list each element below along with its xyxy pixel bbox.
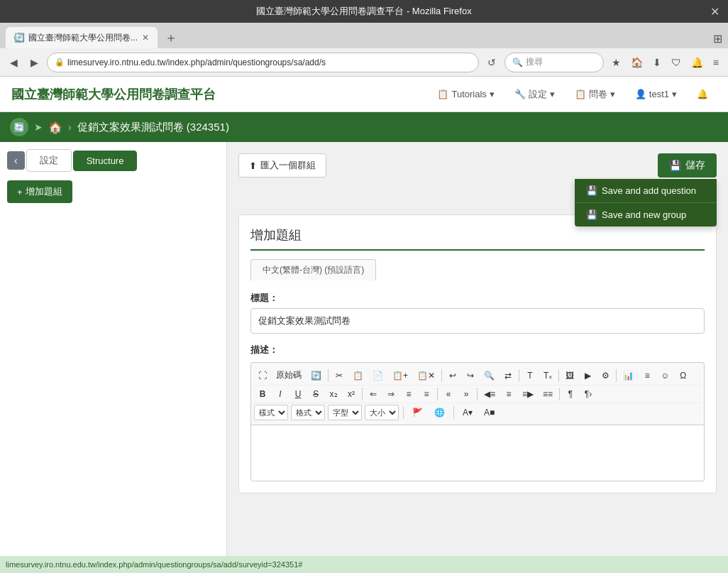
refresh-button[interactable]: ↺: [483, 54, 500, 71]
tb-sep11: [453, 406, 454, 419]
tb-copy[interactable]: 📋: [348, 369, 368, 383]
save-dropdown: 💾 Save and add question 💾 Save and new g…: [575, 179, 717, 227]
tb-sep3: [519, 369, 519, 382]
breadcrumb-separator: ›: [68, 121, 72, 133]
address-bar[interactable]: 🔒 limesurvey.iro.ntnu.edu.tw/index.php/a…: [47, 53, 479, 72]
tb-replace[interactable]: ⇄: [500, 369, 517, 383]
search-box[interactable]: 🔍 搜尋: [504, 53, 604, 72]
tb-bg-color[interactable]: A■: [480, 405, 499, 420]
status-url: limesurvey.iro.ntnu.edu.tw/index.php/adm…: [6, 560, 302, 569]
new-tab-button[interactable]: ＋: [158, 27, 184, 48]
tb-fullscreen[interactable]: ⛶: [254, 369, 271, 383]
tb-sep5: [616, 369, 617, 382]
home-breadcrumb-icon[interactable]: 🏠: [48, 121, 62, 134]
download-icon[interactable]: ⬇: [649, 55, 665, 70]
tb-block-quote2[interactable]: »: [458, 387, 475, 401]
tab-structure[interactable]: Structure: [73, 151, 138, 171]
tb-underline[interactable]: U: [289, 387, 307, 401]
tb-list[interactable]: ≡: [639, 369, 656, 383]
tb-image[interactable]: 🖼: [561, 369, 578, 383]
tb-emoji[interactable]: ☺: [656, 369, 673, 383]
tb-link[interactable]: 🌐: [430, 405, 449, 420]
tb-source[interactable]: 原始碼: [272, 367, 306, 383]
bookmark-icon[interactable]: ★: [608, 55, 624, 70]
tb-format-select[interactable]: 格式: [291, 405, 325, 420]
tb-align-justify[interactable]: ≡≡: [539, 387, 557, 401]
tb-table[interactable]: 📊: [619, 369, 638, 383]
tb-para[interactable]: ¶: [562, 387, 579, 401]
tb-special-char[interactable]: Ω: [675, 369, 692, 383]
tb-align-left[interactable]: ◀≡: [480, 387, 500, 401]
shield-icon[interactable]: 🛡: [668, 55, 685, 70]
tb-paste-text[interactable]: 📋+: [388, 369, 412, 383]
tb-bold[interactable]: B: [254, 387, 271, 401]
tb-cut[interactable]: ✂: [331, 369, 348, 383]
tb-block-quote[interactable]: «: [440, 387, 457, 401]
tb-paste-word[interactable]: 📋✕: [413, 369, 439, 383]
import-button[interactable]: ⬆ 匯入一個群組: [238, 153, 326, 178]
tb-flag[interactable]: 🚩: [408, 405, 427, 420]
tb-remove-format[interactable]: Tₓ: [539, 369, 556, 383]
tb-strikethrough[interactable]: S: [307, 387, 324, 401]
tb-list-ordered[interactable]: ≡: [418, 387, 435, 401]
nav-settings-label: 設定: [529, 88, 547, 101]
nav-tutorials[interactable]: 📋 Tutorials ▾: [429, 84, 502, 104]
close-icon[interactable]: ✕: [710, 5, 719, 18]
tb-sep4: [558, 369, 559, 382]
top-bar: ⬆ 匯入一個群組 💾 儲存 💾 Save and add question 💾 …: [238, 153, 717, 178]
tb-italic[interactable]: I: [272, 387, 289, 401]
tb-redo[interactable]: ↪: [462, 369, 479, 383]
tb-font-select[interactable]: 字型: [328, 405, 362, 420]
tb-superscript[interactable]: x²: [343, 387, 360, 401]
tb-font-color[interactable]: A▾: [458, 405, 477, 420]
content-area: ⬆ 匯入一個群組 💾 儲存 💾 Save and add question 💾 …: [227, 142, 728, 556]
editor-toolbar: ⛶ 原始碼 🔄 ✂ 📋 📄 📋+ 📋✕ ↩ ↪ 🔍 ⇄ T T: [250, 362, 705, 425]
tb-reload[interactable]: 🔄: [307, 369, 326, 383]
tb-indent[interactable]: ⇒: [382, 387, 399, 401]
tab-favicon: 🔄: [14, 33, 24, 43]
nav-notifications[interactable]: 🔔: [688, 84, 717, 104]
forward-button[interactable]: ▶: [26, 54, 43, 71]
nav-settings[interactable]: 🔧 設定 ▾: [506, 84, 563, 105]
tb-outdent[interactable]: ⇐: [365, 387, 382, 401]
tb-media[interactable]: ▶: [579, 369, 596, 383]
tb-undo[interactable]: ↩: [444, 369, 461, 383]
add-group-button[interactable]: + 增加題組: [7, 180, 72, 203]
save-new-group-label: Save and new group: [602, 209, 686, 220]
title-input[interactable]: [250, 308, 705, 334]
tab-close-icon[interactable]: ✕: [142, 33, 149, 43]
save-button[interactable]: 💾 儲存: [658, 153, 717, 178]
tutorials-icon: 📋: [437, 89, 448, 99]
tb-style-select[interactable]: 樣式: [254, 405, 288, 420]
lang-tab[interactable]: 中文(繁體-台灣) (預設語言): [250, 259, 376, 280]
home-icon[interactable]: 🏠: [627, 55, 646, 70]
tb-widget[interactable]: ⚙: [597, 369, 614, 383]
form-section: 增加題組 中文(繁體-台灣) (預設語言) 標題： 描述： ⛶ 原始碼 🔄 ✂ …: [238, 214, 717, 493]
tb-paste[interactable]: 📄: [368, 369, 387, 383]
toolbar-row-1: ⛶ 原始碼 🔄 ✂ 📋 📄 📋+ 📋✕ ↩ ↪ 🔍 ⇄ T T: [254, 366, 701, 385]
editor-content[interactable]: [250, 425, 705, 481]
save-add-question-item[interactable]: 💾 Save and add question: [575, 179, 717, 203]
notification-icon[interactable]: 🔔: [688, 55, 707, 70]
address-text: limesurvey.iro.ntnu.edu.tw/index.php/adm…: [67, 58, 326, 67]
nav-user[interactable]: 👤 test1 ▾: [627, 84, 685, 104]
save-add-question-icon: 💾: [586, 185, 597, 196]
breadcrumb-refresh-icon[interactable]: 🔄: [10, 118, 28, 136]
tab-settings[interactable]: 設定: [26, 149, 72, 172]
tb-subscript[interactable]: x₂: [325, 387, 342, 401]
active-tab[interactable]: 🔄 國立臺灣師範大學公用問卷... ✕: [6, 27, 158, 48]
save-new-group-item[interactable]: 💾 Save and new group: [575, 203, 717, 227]
tb-list-unordered[interactable]: ≡: [400, 387, 417, 401]
tb-align-right[interactable]: ≡▶: [518, 387, 538, 401]
app-menu-icon[interactable]: ⊞: [707, 29, 728, 48]
tb-align-center[interactable]: ≡: [500, 387, 517, 401]
tb-find[interactable]: 🔍: [480, 369, 499, 383]
tb-size-select[interactable]: 大小: [365, 405, 399, 420]
back-button[interactable]: ◀: [6, 54, 22, 71]
tb-template[interactable]: T: [522, 369, 539, 383]
tb-para2[interactable]: ¶›: [580, 387, 597, 401]
menu-icon[interactable]: ≡: [710, 55, 722, 70]
sidebar-back-button[interactable]: ‹: [7, 151, 25, 170]
nav-tutorials-label: Tutorials: [451, 89, 486, 99]
nav-surveys[interactable]: 📋 問卷 ▾: [566, 84, 624, 105]
